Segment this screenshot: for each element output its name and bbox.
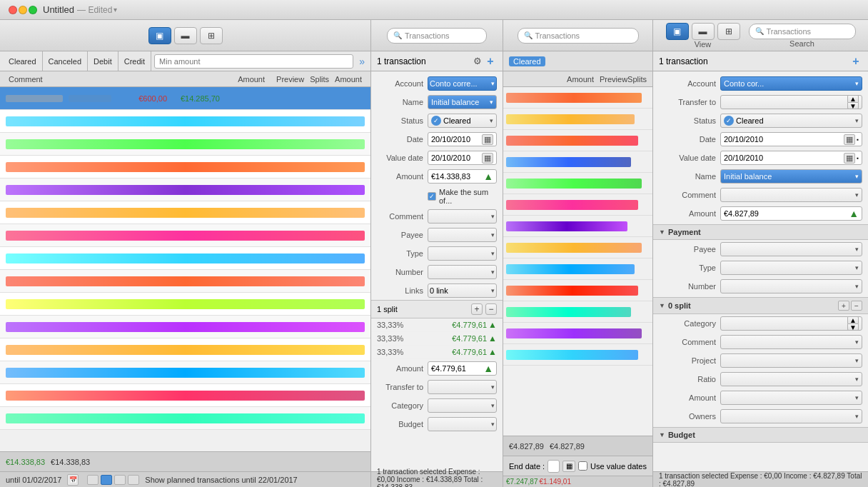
table-row[interactable] bbox=[0, 407, 370, 430]
view-btn-3[interactable]: ⊞ bbox=[200, 27, 223, 44]
stepper-down-icon[interactable]: ▼ bbox=[847, 102, 859, 109]
gear-button[interactable]: ⚙ bbox=[471, 55, 484, 68]
right-date-calendar-icon[interactable]: ▦ bbox=[844, 134, 855, 145]
table-row[interactable] bbox=[0, 384, 370, 407]
list-item[interactable] bbox=[503, 194, 652, 216]
center-search-box[interactable]: 🔍 Transactions bbox=[387, 28, 487, 44]
right-add-button[interactable]: + bbox=[849, 55, 862, 68]
right-category-stepper-up[interactable]: ▲ bbox=[847, 316, 859, 323]
right-payee-select[interactable]: ▾ bbox=[720, 242, 862, 256]
right-amount-up-icon[interactable]: ▲ bbox=[849, 208, 859, 219]
right-account-select[interactable]: Conto cor... ▾ bbox=[720, 76, 862, 91]
mid-col-splits[interactable]: Splits bbox=[627, 75, 647, 84]
end-date-input[interactable] bbox=[547, 460, 560, 473]
view-btn-2[interactable]: ▬ bbox=[174, 27, 197, 44]
right-split-collapse-icon[interactable]: ▼ bbox=[659, 302, 665, 309]
value-date-field[interactable]: 20/10/2010 ▦ bbox=[428, 151, 497, 165]
mid-col-amount[interactable]: Amount bbox=[567, 75, 594, 84]
table-row[interactable] bbox=[0, 270, 370, 293]
table-row[interactable] bbox=[0, 224, 370, 247]
list-item[interactable] bbox=[503, 151, 652, 173]
right-view-btn-2[interactable]: ▬ bbox=[692, 23, 715, 40]
calendar-icon[interactable]: 📅 bbox=[67, 474, 79, 486]
close-button[interactable] bbox=[9, 6, 17, 14]
right-search-box[interactable]: 🔍 Transactions bbox=[749, 24, 856, 39]
mid-search-box[interactable]: 🔍 Transactions bbox=[518, 28, 639, 44]
split-remove-button[interactable]: − bbox=[485, 303, 497, 315]
amount-field[interactable]: €14.338,83 ▲ bbox=[428, 169, 497, 184]
split-row-1[interactable]: 33,33% €4.779,61 ▲ bbox=[371, 318, 503, 332]
view-btn-1[interactable]: ▣ bbox=[148, 27, 171, 44]
table-row[interactable] bbox=[0, 338, 370, 361]
maximize-button[interactable] bbox=[29, 6, 37, 14]
split-amount-field[interactable]: €4.779,61 ▲ bbox=[428, 361, 497, 376]
list-item[interactable] bbox=[503, 87, 652, 109]
filter-tab-cleared[interactable]: Cleared bbox=[3, 51, 43, 71]
transfer-to-select[interactable]: ▾ bbox=[428, 380, 497, 394]
right-transfer-to-select[interactable]: ▲ ▼ bbox=[720, 95, 862, 109]
list-item[interactable] bbox=[503, 280, 652, 301]
col-header-comment[interactable]: Comment bbox=[6, 75, 46, 84]
right-owners-select[interactable]: ▾ bbox=[720, 409, 862, 423]
title-chevron-icon[interactable]: ▾ bbox=[113, 6, 117, 14]
end-date-calendar-icon[interactable]: ▦ bbox=[562, 461, 575, 472]
list-item[interactable] bbox=[503, 216, 652, 237]
list-item[interactable] bbox=[503, 173, 652, 194]
split-amount-up-icon[interactable]: ▲ bbox=[483, 363, 493, 374]
right-category-select[interactable]: ▲ ▼ bbox=[720, 316, 862, 331]
right-date-field[interactable]: 20/10/2010 ▦ ▪ bbox=[720, 132, 862, 146]
date-field[interactable]: 20/10/2010 ▦ bbox=[428, 132, 497, 146]
value-date-calendar-icon[interactable]: ▦ bbox=[482, 153, 493, 164]
min-amount-input[interactable] bbox=[154, 54, 353, 69]
mid-col-preview[interactable]: Preview bbox=[600, 75, 627, 84]
number-select[interactable]: ▾ bbox=[428, 265, 497, 279]
right-budget-collapse-icon[interactable]: ▼ bbox=[659, 431, 665, 438]
name-select[interactable]: Initial balance ▾ bbox=[428, 95, 497, 109]
col-header-amount[interactable]: Amount bbox=[235, 75, 268, 84]
right-comment-select[interactable]: ▾ bbox=[720, 188, 862, 202]
category-select[interactable]: ▾ bbox=[428, 398, 497, 413]
right-status-select[interactable]: ✓ Cleared ▾ bbox=[720, 114, 862, 128]
payee-select[interactable]: ▾ bbox=[428, 228, 497, 242]
list-item[interactable] bbox=[503, 301, 652, 323]
right-type-select[interactable]: ▾ bbox=[720, 261, 862, 275]
right-amount-field[interactable]: €4.827,89 ▲ bbox=[720, 206, 862, 221]
right-number-select[interactable]: ▾ bbox=[720, 279, 862, 293]
stepper-up-icon[interactable]: ▲ bbox=[847, 95, 859, 102]
use-value-dates-checkbox[interactable] bbox=[578, 461, 587, 471]
list-item[interactable] bbox=[503, 258, 652, 280]
list-item[interactable] bbox=[503, 130, 652, 151]
col-header-preview[interactable]: Preview bbox=[273, 75, 307, 84]
amount-up-icon[interactable]: ▲ bbox=[483, 171, 493, 182]
table-row[interactable] bbox=[0, 293, 370, 316]
right-value-date-calendar-icon[interactable]: ▦ bbox=[844, 153, 855, 164]
make-sum-checkbox[interactable]: ✓ bbox=[428, 192, 436, 201]
right-value-date-field[interactable]: 20/10/2010 ▦ ▪ bbox=[720, 151, 862, 165]
comment-select[interactable]: ▾ bbox=[428, 209, 497, 224]
payment-collapse-icon[interactable]: ▼ bbox=[659, 229, 665, 236]
split-row-2[interactable]: 33,33% €4.779,61 ▲ bbox=[371, 332, 503, 346]
table-row[interactable] bbox=[0, 316, 370, 338]
list-item[interactable] bbox=[503, 323, 652, 344]
date-calendar-icon[interactable]: ▦ bbox=[482, 134, 493, 145]
table-row[interactable]: €600,00 €14.285,70 bbox=[0, 87, 370, 110]
table-row[interactable] bbox=[0, 361, 370, 384]
view-icon[interactable] bbox=[101, 475, 112, 485]
table-row[interactable] bbox=[0, 201, 370, 224]
right-view-btn-3[interactable]: ⊞ bbox=[717, 23, 740, 40]
right-split-comment-select[interactable]: ▾ bbox=[720, 335, 862, 349]
minimize-button[interactable] bbox=[19, 6, 27, 14]
list-item[interactable] bbox=[503, 344, 652, 366]
type-select[interactable]: ▾ bbox=[428, 246, 497, 261]
status-select[interactable]: ✓ Cleared ▾ bbox=[428, 114, 497, 128]
filter-tab-debit[interactable]: Debit bbox=[88, 51, 118, 71]
table-row[interactable] bbox=[0, 133, 370, 156]
table-row[interactable] bbox=[0, 110, 370, 133]
account-select[interactable]: Conto corre... ▾ bbox=[428, 76, 497, 91]
right-split-add-button[interactable]: + bbox=[838, 301, 849, 311]
budget-select[interactable]: ▾ bbox=[428, 417, 497, 431]
filter-arrow-icon[interactable]: » bbox=[356, 56, 368, 67]
table-row[interactable] bbox=[0, 247, 370, 270]
add-transaction-button[interactable]: + bbox=[484, 55, 497, 68]
right-view-btn-1[interactable]: ▣ bbox=[666, 23, 689, 40]
